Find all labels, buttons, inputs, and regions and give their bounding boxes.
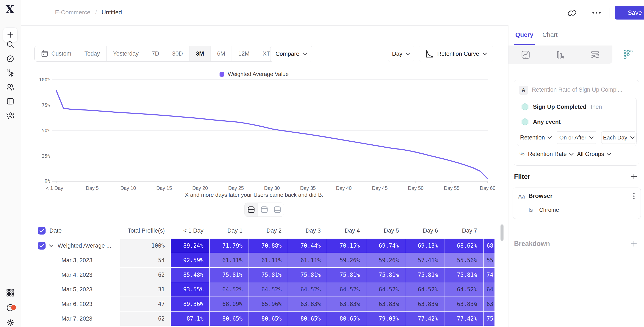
- retention-cell[interactable]: 75.81%: [210, 268, 248, 282]
- groups-dropdown[interactable]: All Groups: [577, 151, 611, 157]
- retention-cell[interactable]: 93.55%: [171, 282, 210, 297]
- table-row[interactable]: Mar 6, 20234789.36%68.09%65.96%63.83%63.…: [34, 297, 495, 311]
- column-header[interactable]: Day 5: [366, 227, 405, 234]
- retention-cell[interactable]: 63.83%: [444, 297, 483, 311]
- retention-cell[interactable]: 89.24%: [171, 239, 210, 253]
- retention-cell[interactable]: 64.52%: [444, 282, 483, 297]
- measure-dropdown[interactable]: Retention Rate: [528, 151, 574, 157]
- range-3m[interactable]: 3M: [190, 46, 211, 61]
- line-chart-tab[interactable]: [508, 45, 543, 64]
- filter-card[interactable]: Aa Browser Is Chrome: [513, 188, 641, 219]
- range-yesterday[interactable]: Yesterday: [106, 46, 145, 61]
- boards-icon[interactable]: [6, 97, 14, 106]
- chart-view-toggle[interactable]: [258, 203, 271, 217]
- retention-cell[interactable]: 75.81%: [327, 268, 366, 282]
- table-view-toggle[interactable]: [271, 203, 284, 217]
- interval-dropdown[interactable]: Each Day: [601, 131, 636, 144]
- retention-cell[interactable]: 70.44%: [288, 239, 327, 253]
- criteria-dropdown[interactable]: On or After: [556, 131, 598, 144]
- table-row[interactable]: Mar 4, 20236285.48%75.81%75.81%75.81%75.…: [34, 268, 495, 282]
- table-row[interactable]: Mar 3, 20235492.59%61.11%61.11%61.11%59.…: [34, 253, 495, 267]
- retention-cell[interactable]: 64.52%: [405, 282, 444, 297]
- retention-cell[interactable]: 75: [484, 312, 494, 326]
- range-custom[interactable]: Custom: [34, 46, 78, 61]
- create-new-button[interactable]: [3, 27, 18, 42]
- mixpanel-logo-icon[interactable]: X: [4, 2, 16, 15]
- add-breakdown-icon[interactable]: [630, 240, 637, 247]
- column-header[interactable]: Day 2: [249, 227, 288, 234]
- retention-cell[interactable]: 75.81%: [249, 268, 288, 282]
- retention-cell[interactable]: 63.83%: [366, 297, 405, 311]
- add-filter-icon[interactable]: [630, 173, 637, 180]
- granularity-dropdown[interactable]: Day: [388, 46, 414, 62]
- row-checkbox[interactable]: [38, 242, 46, 250]
- first-event-name[interactable]: Sign Up Completed: [533, 104, 586, 110]
- retention-cell[interactable]: 64.52%: [249, 282, 288, 297]
- retention-cell[interactable]: 79.03%: [366, 312, 405, 326]
- retention-cell[interactable]: 68: [484, 239, 494, 253]
- retention-cell[interactable]: 69.74%: [366, 239, 405, 253]
- retention-grid-tab[interactable]: [612, 45, 644, 64]
- column-header[interactable]: Day 6: [405, 227, 444, 234]
- retention-dropdown[interactable]: Retention: [520, 134, 552, 141]
- retention-curve-line[interactable]: [56, 90, 488, 179]
- retention-cell[interactable]: 77.42%: [444, 312, 483, 326]
- range-today[interactable]: Today: [78, 46, 106, 61]
- retention-cell[interactable]: 92.59%: [171, 253, 210, 267]
- column-header[interactable]: Date: [50, 227, 62, 234]
- column-header[interactable]: Day 3: [288, 227, 327, 234]
- retention-cell[interactable]: 59.26%: [366, 253, 405, 267]
- filter-menu-icon[interactable]: [633, 193, 634, 199]
- range-6m[interactable]: 6M: [211, 46, 232, 61]
- retention-cell[interactable]: 75.81%: [444, 268, 483, 282]
- retention-cell[interactable]: 64: [484, 282, 494, 297]
- retention-cell[interactable]: 61.11%: [210, 253, 248, 267]
- flow-chart-tab[interactable]: [578, 45, 612, 64]
- column-header[interactable]: Day 4: [327, 227, 366, 234]
- column-header[interactable]: < 1 Day: [171, 227, 210, 234]
- column-header[interactable]: Day 7: [444, 227, 483, 234]
- retention-cell[interactable]: 68.09%: [210, 297, 248, 311]
- retention-cell[interactable]: 55: [484, 253, 494, 267]
- bar-chart-tab[interactable]: [543, 45, 578, 64]
- total-header-cell[interactable]: Total Profile(s): [120, 227, 170, 234]
- range-7d[interactable]: 7D: [145, 46, 166, 61]
- retention-cell[interactable]: 74: [484, 268, 494, 282]
- tab-query[interactable]: Query: [515, 31, 533, 38]
- retention-cell[interactable]: 77.42%: [405, 312, 444, 326]
- retention-cell[interactable]: 70.88%: [249, 239, 288, 253]
- retention-cell[interactable]: 70.15%: [327, 239, 366, 253]
- retention-cell[interactable]: 55.56%: [444, 253, 483, 267]
- search-icon[interactable]: [6, 40, 14, 49]
- retention-cell[interactable]: 80.65%: [288, 312, 327, 326]
- tab-chart[interactable]: Chart: [542, 31, 558, 38]
- settings-gear-icon[interactable]: [6, 319, 14, 327]
- query-step-title[interactable]: Retention Rate of Sign Up Compl...: [532, 86, 622, 93]
- return-event-row[interactable]: Any event: [521, 118, 561, 126]
- chart-type-dropdown[interactable]: Retention Curve: [419, 46, 493, 62]
- retention-cell[interactable]: 71.79%: [210, 239, 248, 253]
- retention-cell[interactable]: 85.48%: [171, 268, 210, 282]
- retention-cell[interactable]: 59.26%: [327, 253, 366, 267]
- retention-cell[interactable]: 64.52%: [288, 282, 327, 297]
- retention-cell[interactable]: 61.11%: [249, 253, 288, 267]
- save-button[interactable]: Save: [615, 6, 644, 19]
- retention-cell[interactable]: 80.65%: [210, 312, 248, 326]
- breadcrumb-current[interactable]: Untitled: [102, 9, 122, 16]
- retention-cell[interactable]: 64.52%: [366, 282, 405, 297]
- table-scrollbar-thumb[interactable]: [500, 224, 504, 241]
- retention-cell[interactable]: 87.1%: [171, 312, 210, 326]
- click-cursor-icon[interactable]: [6, 69, 14, 77]
- select-all-checkbox[interactable]: [38, 227, 46, 235]
- retention-cell[interactable]: 75.81%: [366, 268, 405, 282]
- retention-line-chart[interactable]: 0%25%50%75%100%< 1 DayDay 5Day 10Day 15D…: [20, 69, 508, 191]
- retention-cell[interactable]: 80.65%: [327, 312, 366, 326]
- retention-cell[interactable]: 63.83%: [327, 297, 366, 311]
- retention-cell[interactable]: 65.96%: [249, 297, 288, 311]
- retention-cell[interactable]: 63: [484, 297, 494, 311]
- compare-button[interactable]: Compare: [270, 46, 312, 62]
- table-row[interactable]: Mar 7, 20236287.1%80.65%80.65%80.65%80.6…: [34, 312, 495, 326]
- retention-cell[interactable]: 64.52%: [327, 282, 366, 297]
- split-view-toggle[interactable]: [245, 203, 258, 217]
- retention-cell[interactable]: 63.83%: [405, 297, 444, 311]
